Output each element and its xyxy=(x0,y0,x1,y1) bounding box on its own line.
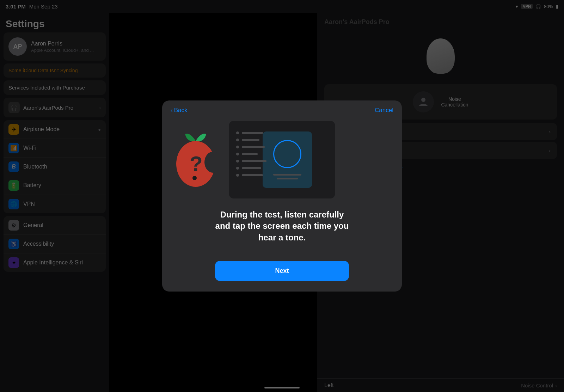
apple-logo-area: ? xyxy=(173,122,219,185)
ill-bar xyxy=(242,174,263,176)
ill-line-2 xyxy=(236,139,266,141)
ill-line-1 xyxy=(236,131,266,134)
ill-bar-bottom-1 xyxy=(273,174,301,176)
hearing-test-modal: ‹ Back Cancel ? xyxy=(162,100,402,292)
ill-line-3 xyxy=(236,146,266,148)
ill-bar-bottom-2 xyxy=(277,178,298,179)
svg-text:?: ? xyxy=(190,152,203,176)
ill-dot xyxy=(236,139,239,141)
hearing-illustration xyxy=(229,121,335,198)
ill-bars-bottom xyxy=(273,174,301,179)
brand-logo: ? xyxy=(173,122,219,192)
ill-bar xyxy=(242,160,266,162)
back-label: Back xyxy=(174,107,188,114)
modal-cancel-button[interactable]: Cancel xyxy=(375,107,393,114)
tone-circle xyxy=(273,140,301,168)
ill-bar xyxy=(242,146,265,148)
next-button[interactable]: Next xyxy=(215,261,349,281)
ill-line-5 xyxy=(236,160,266,163)
ill-bar xyxy=(242,132,263,134)
ill-line-7 xyxy=(236,174,266,177)
ill-lines xyxy=(236,131,266,177)
ill-dot xyxy=(236,131,239,134)
ill-bar xyxy=(242,139,259,141)
modal-nav: ‹ Back Cancel xyxy=(162,100,402,114)
ill-bar xyxy=(242,153,258,155)
tone-indicator xyxy=(263,131,312,188)
back-chevron-icon: ‹ xyxy=(171,107,173,114)
ill-line-6 xyxy=(236,167,266,170)
ill-line-4 xyxy=(236,153,266,155)
ill-dot xyxy=(236,146,239,148)
ill-dot xyxy=(236,174,239,177)
ill-dot xyxy=(236,167,239,170)
ill-bar xyxy=(242,167,261,169)
modal-back-button[interactable]: ‹ Back xyxy=(171,107,187,114)
illustration-bg xyxy=(229,121,335,198)
svg-point-4 xyxy=(192,176,197,180)
modal-body: ? xyxy=(162,114,402,292)
ill-dot xyxy=(236,160,239,163)
ill-dot xyxy=(236,153,239,155)
modal-instruction: During the test, listen carefullyand tap… xyxy=(215,209,349,243)
modal-overlay: ‹ Back Cancel ? xyxy=(0,0,564,392)
